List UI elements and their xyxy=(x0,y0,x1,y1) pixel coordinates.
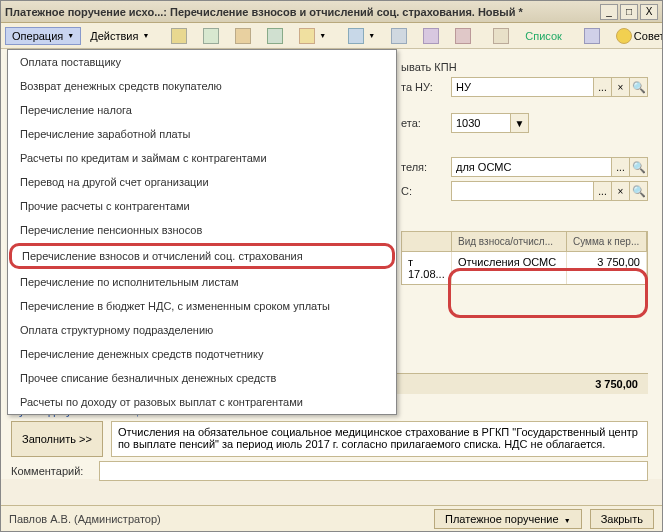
note-icon xyxy=(493,28,509,44)
recipient-label: теля: xyxy=(401,161,445,173)
toolbar: Операция▼ Действия▼ ▼ ▼ Список Советы xyxy=(1,23,662,49)
search-icon: 🔍 xyxy=(632,81,646,94)
statusbar: Павлов А.В. (Администратор) Платежное по… xyxy=(1,505,662,531)
menu-item[interactable]: Перечисление налога xyxy=(8,98,396,122)
tree-icon xyxy=(584,28,600,44)
menu-item[interactable]: Перечисление заработной платы xyxy=(8,122,396,146)
menu-item[interactable]: Перечисление денежных средств подотчетни… xyxy=(8,342,396,366)
maximize-button[interactable]: □ xyxy=(620,4,638,20)
col-date[interactable] xyxy=(402,232,452,252)
document-icon xyxy=(171,28,187,44)
nu-input[interactable]: НУ xyxy=(451,77,594,97)
select-button[interactable]: ... xyxy=(612,157,630,177)
close-button[interactable]: X xyxy=(640,4,658,20)
code-label: С: xyxy=(401,185,445,197)
menu-item[interactable]: Перечисление в бюджет НДС, с измененным … xyxy=(8,294,396,318)
menu-item[interactable]: Расчеты по кредитам и займам с контраген… xyxy=(8,146,396,170)
search-icon: 🔍 xyxy=(632,185,646,198)
window-title: Платежное поручение исхо...: Перечислени… xyxy=(5,6,598,18)
toolbar-icon-6[interactable]: ▼ xyxy=(341,25,382,47)
tips-label: Советы xyxy=(634,30,663,42)
chevron-down-icon: ▼ xyxy=(142,32,149,39)
contributions-table: Вид взноса/отчисл... Сумма к пер... т 17… xyxy=(401,231,648,285)
account-label: ета: xyxy=(401,117,445,129)
cell-amount: 3 750,00 xyxy=(567,252,647,284)
grid-icon xyxy=(423,28,439,44)
titlebar: Платежное поручение исхо...: Перечислени… xyxy=(1,1,662,23)
col-amount[interactable]: Сумма к пер... xyxy=(567,232,647,252)
menu-item[interactable]: Оплата структурному подразделению xyxy=(8,318,396,342)
menu-item[interactable]: Перевод на другой счет организации xyxy=(8,170,396,194)
menu-item[interactable]: Перечисление по исполнительным листам xyxy=(8,270,396,294)
search-button[interactable]: 🔍 xyxy=(630,77,648,97)
list-icon xyxy=(391,28,407,44)
menu-item[interactable]: Возврат денежных средств покупателю xyxy=(8,74,396,98)
cell-date: т 17.08... xyxy=(402,252,452,284)
go-icon xyxy=(348,28,364,44)
cell-type: Отчисления ОСМС xyxy=(452,252,567,284)
chevron-down-icon: ▼ xyxy=(67,32,74,39)
bulb-icon xyxy=(616,28,632,44)
sheet-icon xyxy=(203,28,219,44)
menu-item-selected[interactable]: Перечисление взносов и отчислений соц. с… xyxy=(9,243,395,269)
menu-item[interactable]: Прочее списание безналичных денежных сре… xyxy=(8,366,396,390)
clear-button[interactable]: × xyxy=(612,181,630,201)
account-dropdown[interactable]: ▼ xyxy=(511,113,529,133)
table-row[interactable]: т 17.08... Отчисления ОСМС 3 750,00 xyxy=(402,252,647,284)
menu-item[interactable]: Оплата поставщику xyxy=(8,50,396,74)
kpn-label: ывать КПН xyxy=(401,61,457,73)
folder-icon xyxy=(235,28,251,44)
toolbar-icon-10[interactable] xyxy=(486,25,516,47)
tips-button[interactable]: Советы xyxy=(609,25,663,47)
comment-input[interactable] xyxy=(99,461,648,481)
operation-dropdown: Оплата поставщику Возврат денежных средс… xyxy=(7,49,397,415)
select-button[interactable]: ... xyxy=(594,77,612,97)
copy-icon xyxy=(267,28,283,44)
clear-button[interactable]: × xyxy=(612,77,630,97)
operation-label: Операция xyxy=(12,30,63,42)
toolbar-icon-2[interactable] xyxy=(196,25,226,47)
menu-item[interactable]: Перечисление пенсионных взносов xyxy=(8,218,396,242)
select-button[interactable]: ... xyxy=(594,181,612,201)
payment-order-button[interactable]: Платежное поручение ▼ xyxy=(434,509,582,529)
chevron-down-icon: ▼ xyxy=(368,32,375,39)
nu-label: та НУ: xyxy=(401,81,445,93)
chevron-down-icon: ▼ xyxy=(319,32,326,39)
toolbar-icon-8[interactable] xyxy=(416,25,446,47)
toolbar-icon-7[interactable] xyxy=(384,25,414,47)
toolbar-icon-11[interactable] xyxy=(577,25,607,47)
search-button[interactable]: 🔍 xyxy=(630,157,648,177)
close-form-button[interactable]: Закрыть xyxy=(590,509,654,529)
total-amount: 3 750,00 xyxy=(595,378,638,390)
operation-menu-button[interactable]: Операция▼ xyxy=(5,27,81,45)
dt-icon xyxy=(455,28,471,44)
list-label: Список xyxy=(525,30,562,42)
menu-item[interactable]: Прочие расчеты с контрагентами xyxy=(8,194,396,218)
col-type[interactable]: Вид взноса/отчисл... xyxy=(452,232,567,252)
search-button[interactable]: 🔍 xyxy=(630,181,648,201)
actions-label: Действия xyxy=(90,30,138,42)
status-user: Павлов А.В. (Администратор) xyxy=(9,513,426,525)
star-icon xyxy=(299,28,315,44)
search-icon: 🔍 xyxy=(632,161,646,174)
code-input[interactable] xyxy=(451,181,594,201)
fill-button[interactable]: Заполнить >> xyxy=(11,421,103,457)
description-textarea[interactable]: Отчисления на обязательное социальное ме… xyxy=(111,421,648,457)
recipient-input[interactable]: для ОСМС xyxy=(451,157,612,177)
actions-menu-button[interactable]: Действия▼ xyxy=(83,27,156,45)
toolbar-icon-3[interactable] xyxy=(228,25,258,47)
toolbar-icon-9[interactable] xyxy=(448,25,478,47)
account-input[interactable]: 1030 xyxy=(451,113,511,133)
minimize-button[interactable]: _ xyxy=(600,4,618,20)
menu-item[interactable]: Расчеты по доходу от разовых выплат с ко… xyxy=(8,390,396,414)
table-header-row: Вид взноса/отчисл... Сумма к пер... xyxy=(402,232,647,252)
list-button[interactable]: Список xyxy=(518,27,569,45)
toolbar-icon-1[interactable] xyxy=(164,25,194,47)
toolbar-icon-4[interactable] xyxy=(260,25,290,47)
comment-label: Комментарий: xyxy=(11,465,91,477)
toolbar-icon-5[interactable]: ▼ xyxy=(292,25,333,47)
